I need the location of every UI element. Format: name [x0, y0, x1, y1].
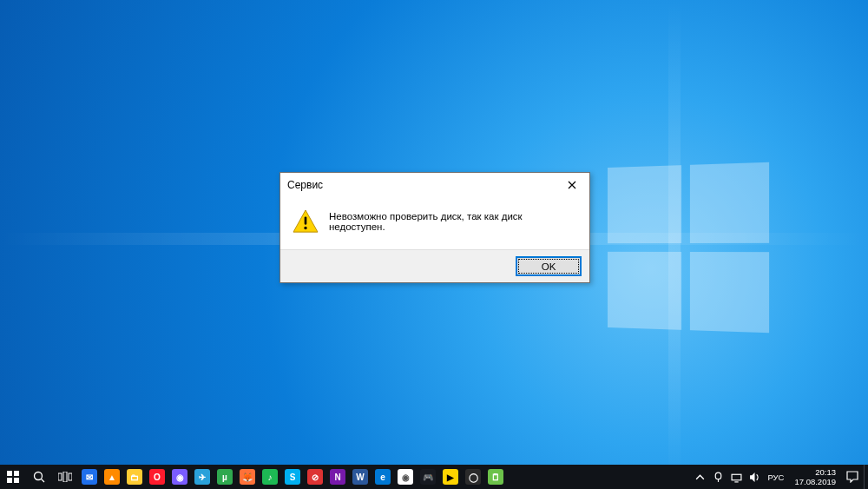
vlc-icon: ▲ — [104, 469, 120, 485]
opera-icon: O — [149, 469, 165, 485]
clock[interactable]: 20:13 17.08.2019 — [789, 467, 841, 486]
close-icon — [568, 181, 576, 189]
taskbar-firefox[interactable]: 🦊 — [236, 465, 259, 489]
svg-rect-0 — [305, 216, 307, 224]
svg-line-7 — [42, 479, 45, 483]
not-disturb-icon: ⊘ — [307, 469, 323, 485]
dialog-footer: OK — [280, 249, 589, 282]
taskbar-spotify[interactable]: ♪ — [259, 465, 281, 489]
edge-icon: e — [375, 469, 391, 485]
taskbar-onenote[interactable]: N — [326, 465, 349, 489]
clock-date: 17.08.2019 — [794, 477, 836, 486]
spotify-icon: ♪ — [262, 469, 278, 485]
windows-logo — [608, 162, 769, 333]
svg-rect-4 — [7, 478, 12, 483]
taskbar-not-disturb[interactable]: ⊘ — [304, 465, 326, 489]
network-icon[interactable] — [731, 472, 742, 483]
taskbar-telegram[interactable]: ✈ — [191, 465, 214, 489]
svg-rect-8 — [58, 473, 62, 480]
volume-icon[interactable] — [749, 472, 760, 483]
system-tray[interactable]: РУС — [689, 465, 789, 489]
taskbar: ✉▲🗀O◉✈µ🦊♪S⊘NWe◉🎮▶◯🗒 РУС 20:13 — [0, 465, 868, 489]
obs-icon: ◯ — [465, 469, 481, 485]
dialog-message: Невозможно проверить диск, так как диск … — [329, 211, 577, 232]
taskbar-potplayer[interactable]: ▶ — [439, 465, 462, 489]
ok-button[interactable]: OK — [516, 257, 581, 275]
dialog-title: Сервис — [287, 179, 555, 191]
notification-icon — [846, 471, 858, 483]
svg-point-6 — [35, 472, 43, 480]
close-button[interactable] — [555, 173, 589, 197]
warning-icon — [293, 209, 319, 234]
disc-icon: ◉ — [172, 469, 187, 485]
taskbar-chrome[interactable]: ◉ — [394, 465, 417, 489]
notepad-icon: 🗒 — [488, 469, 503, 485]
steam-icon: 🎮 — [420, 469, 436, 485]
desktop: Сервис Невозможно проверить диск, так ка… — [0, 0, 868, 489]
potplayer-icon: ▶ — [443, 469, 458, 485]
taskbar-notepad[interactable]: 🗒 — [484, 465, 507, 489]
taskbar-vlc[interactable]: ▲ — [101, 465, 123, 489]
thunderbird-icon: ✉ — [82, 469, 97, 485]
taskbar-torrent[interactable]: µ — [214, 465, 236, 489]
task-view-icon — [58, 472, 72, 482]
taskbar-edge[interactable]: e — [372, 465, 394, 489]
clock-time: 20:13 — [794, 467, 836, 477]
svg-rect-13 — [733, 474, 742, 480]
firefox-icon: 🦊 — [240, 469, 255, 485]
skype-icon: S — [285, 469, 300, 485]
svg-rect-3 — [14, 471, 19, 476]
taskbar-opera[interactable]: O — [146, 465, 168, 489]
explorer-icon: 🗀 — [127, 469, 142, 485]
word-icon: W — [352, 469, 368, 485]
taskbar-start[interactable] — [0, 465, 26, 489]
torrent-icon: µ — [217, 469, 233, 485]
taskbar-search[interactable] — [26, 465, 52, 489]
svg-rect-9 — [63, 472, 67, 482]
svg-rect-5 — [14, 478, 19, 483]
onenote-icon: N — [330, 469, 345, 485]
search-icon — [33, 471, 45, 483]
taskbar-word[interactable]: W — [349, 465, 372, 489]
taskbar-thunderbird[interactable]: ✉ — [78, 465, 101, 489]
svg-point-1 — [304, 227, 306, 229]
svg-rect-11 — [716, 472, 722, 479]
show-desktop-button[interactable] — [864, 465, 868, 489]
dialog-body: Невозможно проверить диск, так как диск … — [280, 197, 589, 249]
error-dialog: Сервис Невозможно проверить диск, так ка… — [279, 172, 590, 283]
start-icon — [7, 471, 19, 483]
telegram-icon: ✈ — [194, 469, 210, 485]
chrome-icon: ◉ — [398, 469, 413, 485]
tray-chevron-up-icon[interactable] — [694, 472, 706, 483]
action-center-button[interactable] — [841, 465, 864, 489]
dialog-titlebar[interactable]: Сервис — [280, 173, 589, 197]
taskbar-task-view[interactable] — [52, 465, 78, 489]
input-indicator-icon[interactable] — [713, 472, 724, 483]
taskbar-steam[interactable]: 🎮 — [417, 465, 439, 489]
svg-rect-2 — [7, 471, 12, 476]
taskbar-disc[interactable]: ◉ — [168, 465, 191, 489]
svg-rect-10 — [69, 473, 72, 480]
taskbar-obs[interactable]: ◯ — [462, 465, 484, 489]
taskbar-skype[interactable]: S — [281, 465, 304, 489]
language-indicator[interactable]: РУС — [767, 472, 784, 482]
taskbar-explorer[interactable]: 🗀 — [123, 465, 146, 489]
